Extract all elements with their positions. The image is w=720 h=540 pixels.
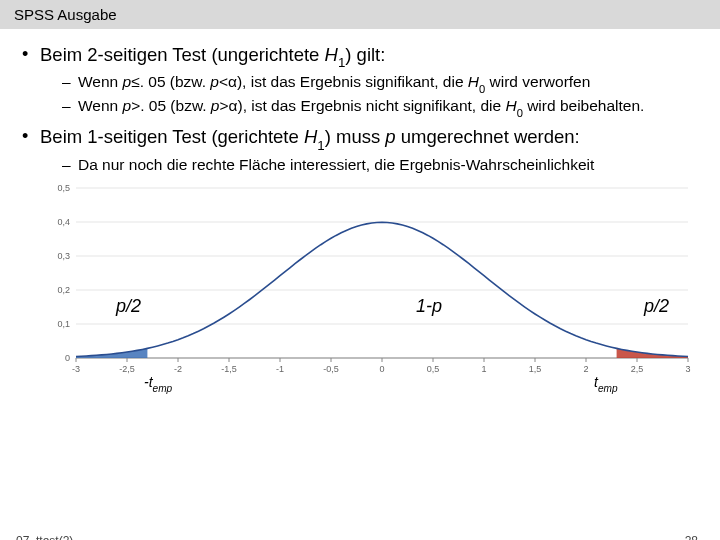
svg-text:0,2: 0,2 [57, 285, 70, 295]
svg-text:2,5: 2,5 [631, 364, 644, 374]
region-label-left: p/2 [116, 296, 141, 317]
bullet-1-text: Beim 2-seitigen Test (ungerichtete H1) g… [40, 43, 698, 70]
footer-left: 07_ttest(2) [16, 534, 73, 540]
svg-text:0,3: 0,3 [57, 251, 70, 261]
svg-text:0,5: 0,5 [57, 183, 70, 193]
sub-bullet-2a: – Da nur noch die rechte Fläche interess… [62, 155, 698, 174]
normal-distribution-chart: 00,10,20,30,40,5-3-2,5-2-1,5-1-0,500,511… [36, 180, 696, 398]
bullet-dot: • [22, 43, 40, 66]
slide-title: SPSS Ausgabe [14, 6, 117, 23]
region-label-center: 1-p [416, 296, 442, 317]
svg-text:-0,5: -0,5 [323, 364, 339, 374]
svg-text:1: 1 [481, 364, 486, 374]
svg-text:0,1: 0,1 [57, 319, 70, 329]
slide-header: SPSS Ausgabe [0, 0, 720, 29]
slide-content: • Beim 2-seitigen Test (ungerichtete H1)… [0, 29, 720, 398]
svg-text:0: 0 [379, 364, 384, 374]
sub-bullet-1b: – Wenn p>. 05 (bzw. p>α), ist das Ergebn… [62, 96, 698, 119]
svg-text:0,4: 0,4 [57, 217, 70, 227]
sub-bullet-1a: – Wenn p≤. 05 (bzw. p<α), ist das Ergebn… [62, 72, 698, 95]
svg-text:-2: -2 [174, 364, 182, 374]
bullet-1: • Beim 2-seitigen Test (ungerichtete H1)… [22, 43, 698, 70]
bullet-2: • Beim 1-seitigen Test (gerichtete H1) m… [22, 125, 698, 152]
marker-right: temp [594, 374, 618, 393]
svg-text:0,5: 0,5 [427, 364, 440, 374]
svg-text:-1: -1 [276, 364, 284, 374]
svg-text:-1,5: -1,5 [221, 364, 237, 374]
region-label-right: p/2 [644, 296, 669, 317]
marker-left: -temp [144, 374, 172, 393]
bullet-dot: • [22, 125, 40, 148]
svg-text:-2,5: -2,5 [119, 364, 135, 374]
bullet-2-text: Beim 1-seitigen Test (gerichtete H1) mus… [40, 125, 698, 152]
svg-text:1,5: 1,5 [529, 364, 542, 374]
svg-text:0: 0 [65, 353, 70, 363]
svg-text:-3: -3 [72, 364, 80, 374]
svg-text:3: 3 [685, 364, 690, 374]
svg-text:2: 2 [583, 364, 588, 374]
footer-page: 28 [685, 534, 698, 540]
